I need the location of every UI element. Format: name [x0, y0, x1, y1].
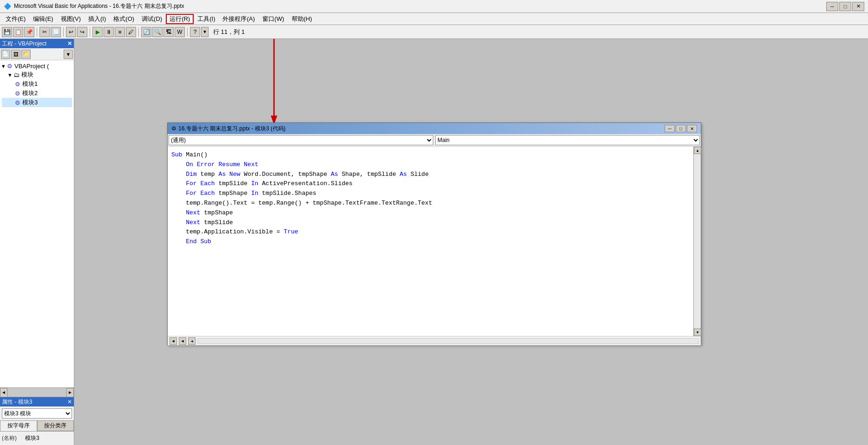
code-window-maximize[interactable]: □: [676, 125, 686, 132]
tree-module1[interactable]: ⚙ 模块1: [2, 79, 72, 89]
toolbar-redo-btn[interactable]: ↪: [77, 27, 87, 37]
title-bar: 🔷 Microsoft Visual Basic for Application…: [0, 0, 868, 13]
scroll-track[interactable]: [7, 388, 66, 397]
panel-toggle-folders-btn[interactable]: 📁: [21, 50, 31, 59]
toolbar-undo2-btn[interactable]: 🔄: [141, 27, 151, 37]
menu-addins[interactable]: 外接程序(A): [219, 14, 258, 24]
tree-module2[interactable]: ⚙ 模块2: [2, 89, 72, 98]
var-temp: temp: [200, 171, 218, 178]
toolbar-sep5: [187, 27, 188, 37]
var-tmpslide: tmpSlide: [218, 180, 251, 187]
toolbar-scroll-btn[interactable]: ▼: [201, 27, 209, 37]
tree-folder-expand-icon: ▾: [8, 71, 12, 78]
panel-scroll-btn[interactable]: ▼: [64, 50, 73, 59]
toolbar-design-btn[interactable]: 🖊: [126, 27, 136, 37]
minimize-button[interactable]: ─: [826, 2, 838, 11]
code-line-5: For Each tmpShape In tmpSlide.Shapes: [171, 189, 690, 199]
toolbar-word-btn[interactable]: W: [175, 27, 185, 37]
code-hscroll-left2[interactable]: ◄: [179, 337, 186, 345]
toolbar-run-btn[interactable]: ▶: [92, 27, 103, 37]
menu-run[interactable]: 运行(R): [166, 14, 194, 24]
panel-view-obj-btn[interactable]: 🖼: [11, 50, 20, 59]
toolbar-pause-btn[interactable]: ⏸: [104, 27, 114, 37]
toolbar-save-btn[interactable]: 💾: [2, 27, 12, 37]
menu-edit[interactable]: 编辑(E): [29, 14, 57, 24]
code-window-controls: ─ □ ✕: [665, 125, 697, 132]
kw-in2: In: [251, 190, 262, 197]
toolbar-undo-btn[interactable]: ↩: [66, 27, 76, 37]
toolbar-sep4: [138, 27, 139, 37]
kw-for1: For Each: [186, 180, 218, 187]
close-button[interactable]: ✕: [852, 2, 864, 11]
toolbar-sep1: [37, 27, 37, 37]
menu-file[interactable]: 文件(E): [2, 14, 29, 24]
code-scrollbar: ▲ ▼: [693, 147, 701, 336]
code-line-1: Sub Main(): [171, 150, 690, 160]
menu-help[interactable]: 帮助(H): [288, 14, 316, 24]
prop-tab-cat[interactable]: 按分类序: [37, 420, 74, 431]
kw-dim: Dim: [186, 171, 200, 178]
code-line-2: On Error Resume Next: [171, 160, 690, 170]
code-window-close[interactable]: ✕: [687, 125, 697, 132]
var-next-tmpslide: tmpSlide: [204, 219, 233, 226]
left-scrollbar: ◄ ►: [0, 387, 74, 397]
menu-insert[interactable]: 插入(I): [85, 14, 110, 24]
properties-panel: 属性 - 模块3 ✕ 模块3 模块 按字母序 按分类序 (名称) 模块3: [0, 397, 74, 445]
code-scroll-up[interactable]: ▲: [694, 147, 701, 154]
toolbar-stop-btn[interactable]: ■: [115, 27, 125, 37]
menu-window[interactable]: 窗口(W): [259, 14, 288, 24]
code-selectors: (通用) Main: [168, 134, 701, 147]
prop-selector[interactable]: 模块3 模块: [2, 408, 72, 419]
prop-name-value: 模块3: [25, 434, 72, 442]
toolbar-copy2-btn[interactable]: 📃: [51, 27, 61, 37]
prop-panel-close[interactable]: ✕: [67, 399, 72, 405]
maximize-button[interactable]: □: [839, 2, 851, 11]
kw-sub: Sub: [200, 238, 211, 245]
code-editor[interactable]: Sub Main() On Error Resume Next Dim temp…: [168, 147, 693, 336]
tree-folder-label: 模块: [21, 71, 33, 79]
toolbar-cut-btn[interactable]: ✂: [39, 27, 50, 37]
project-tree: ▾ ⚙ VBAProject ( ▾ 🗂 模块 ⚙ 模块1 ⚙ 模块2 ⚙ 模块…: [0, 60, 74, 387]
kw-next2: Next: [186, 219, 204, 226]
code-hscroll-left[interactable]: ◄: [170, 337, 177, 345]
toolbar-copy-btn[interactable]: 📋: [13, 27, 23, 37]
code-scroll-track[interactable]: [694, 154, 701, 329]
code-window-title-content: ⚙ 16.专题十六 期末总复习.pptx - 模块3 (代码): [171, 125, 286, 133]
scroll-right-btn[interactable]: ►: [66, 388, 74, 397]
toolbar-ref-btn[interactable]: 🔍: [152, 27, 163, 37]
kw-sub: Sub: [171, 151, 186, 158]
app-icon: 🔷: [4, 3, 11, 10]
code-hscroll-left3[interactable]: ◂: [188, 337, 196, 345]
menu-view[interactable]: 视图(V): [57, 14, 85, 24]
toolbar-help-btn[interactable]: ?: [190, 27, 200, 37]
scroll-left-btn[interactable]: ◄: [0, 388, 7, 397]
code-scroll-down[interactable]: ▼: [694, 329, 701, 336]
kw-next: Next: [244, 161, 258, 168]
title-bar-controls: ─ □ ✕: [826, 2, 864, 11]
code-window-icon: ⚙: [171, 125, 176, 132]
code-selector-right[interactable]: Main: [435, 135, 700, 145]
code-body: Sub Main() On Error Resume Next Dim temp…: [168, 147, 701, 336]
var-tmpshape: tmpShape: [218, 190, 251, 197]
tree-module1-label: 模块1: [22, 80, 38, 88]
tree-module3-icon: ⚙: [15, 99, 20, 106]
code-selector-left[interactable]: (通用): [169, 135, 433, 145]
code-hscroll-track[interactable]: [197, 338, 699, 344]
kw-true: True: [284, 228, 298, 235]
toolbar-obj-btn[interactable]: 🏗: [163, 27, 174, 37]
tree-modules-folder[interactable]: ▾ 🗂 模块: [2, 70, 72, 79]
toolbar-paste-btn[interactable]: 📌: [24, 27, 34, 37]
prop-tab-alpha[interactable]: 按字母序: [0, 420, 37, 431]
code-bottom-bar: ◄ ◄ ◂: [168, 336, 701, 345]
panel-view-code-btn[interactable]: 📄: [1, 50, 10, 59]
project-panel-toolbar: 📄 🖼 📁 ▼: [0, 48, 74, 60]
tree-module1-icon: ⚙: [15, 81, 20, 88]
menu-debug[interactable]: 调试(D): [138, 14, 166, 24]
menu-bar: 文件(E) 编辑(E) 视图(V) 插入(I) 格式(O) 调试(D) 运行(R…: [0, 13, 868, 25]
menu-tools[interactable]: 工具(I): [194, 14, 219, 24]
code-window-minimize[interactable]: ─: [665, 125, 675, 132]
project-panel-close[interactable]: ✕: [67, 40, 72, 47]
tree-module3[interactable]: ⚙ 模块3: [2, 98, 72, 107]
tree-vbaproject[interactable]: ▾ ⚙ VBAProject (: [2, 62, 72, 70]
menu-format[interactable]: 格式(O): [110, 14, 138, 24]
